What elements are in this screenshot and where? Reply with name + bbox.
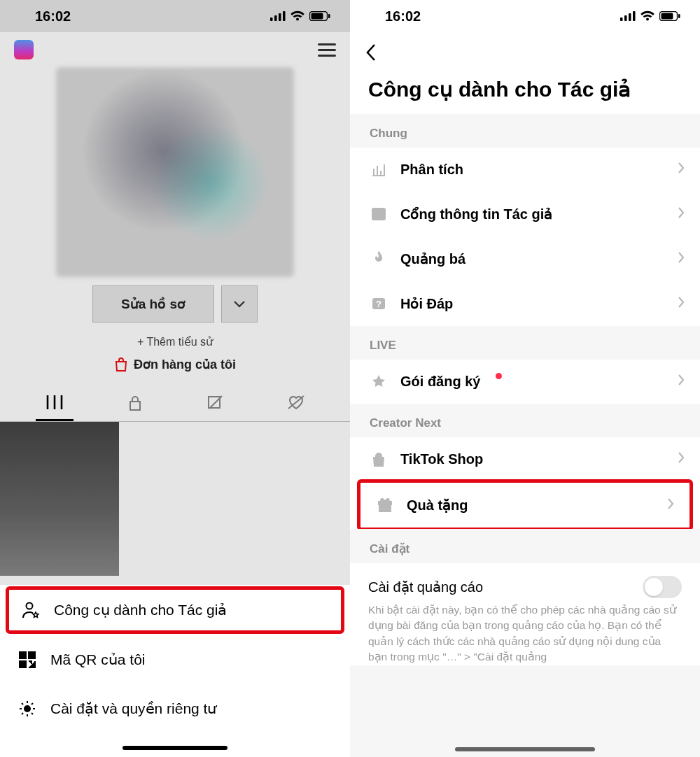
back-button[interactable]: [365, 43, 377, 64]
section-header-settings: Cài đặt: [350, 529, 700, 563]
phone-creator-tools: 16:02 Công cụ dành cho Tác giả Chung Phâ…: [350, 0, 700, 757]
item-promote[interactable]: Quảng bá: [350, 236, 700, 281]
home-indicator: [122, 746, 227, 750]
item-label: Hỏi Đáp: [400, 295, 453, 312]
svg-rect-15: [633, 11, 636, 21]
gift-icon: [376, 497, 394, 513]
chevron-right-icon: [678, 251, 685, 267]
star-badge-icon: [370, 374, 388, 390]
list-live: Gói đăng ký: [350, 360, 700, 404]
item-label: Phân tích: [400, 162, 463, 178]
phone-profile: 16:02 Sửa hồ sơ + Thêm tiểu sử Đơn hàng …: [0, 0, 350, 757]
item-label: Quà tặng: [407, 497, 468, 514]
page-title: Công cụ dành cho Tác giả: [350, 69, 700, 114]
item-label: Cổng thông tin Tác giả: [400, 206, 552, 222]
home-indicator: [455, 747, 595, 751]
notification-dot: [496, 373, 502, 379]
drawer-item-my-qr[interactable]: Mã QR của tôi: [0, 635, 350, 684]
svg-rect-10: [20, 661, 26, 667]
options-drawer: Công cụ dành cho Tác giả Mã QR của tôi C…: [0, 585, 350, 757]
cellular-icon: [620, 11, 636, 21]
svg-text:?: ?: [376, 299, 382, 309]
list-general: Phân tích Cổng thông tin Tác giả Quảng b…: [350, 148, 700, 326]
drawer-item-label: Cài đặt và quyền riêng tư: [50, 700, 216, 717]
portal-icon: [370, 207, 388, 221]
item-label: Quảng bá: [400, 250, 465, 267]
svg-rect-8: [20, 652, 26, 658]
chevron-right-icon: [678, 206, 685, 222]
item-label: Cài đặt quảng cáo: [368, 579, 483, 595]
svg-rect-14: [629, 13, 631, 21]
question-icon: ?: [370, 297, 388, 311]
flame-icon: [370, 251, 388, 267]
chevron-left-icon: [365, 43, 377, 62]
chevron-right-icon: [678, 296, 685, 312]
shop-icon: [370, 452, 388, 467]
svg-rect-17: [662, 13, 673, 20]
svg-rect-9: [29, 652, 35, 658]
highlight-gifts: Quà tặng: [357, 479, 693, 531]
person-star-icon: [20, 601, 41, 619]
qr-icon: [17, 651, 38, 669]
section-header-creator-next: Creator Next: [350, 404, 700, 437]
status-icons: [620, 10, 680, 22]
svg-rect-13: [624, 15, 627, 21]
item-analytics[interactable]: Phân tích: [350, 148, 700, 192]
drawer-item-label: Công cụ dành cho Tác giả: [54, 602, 227, 618]
wifi-icon: [640, 10, 655, 22]
item-label: Gói đăng ký: [400, 374, 480, 390]
section-header-general: Chung: [350, 114, 700, 148]
chevron-right-icon: [667, 497, 674, 514]
chevron-right-icon: [678, 451, 685, 467]
gear-icon: [17, 700, 38, 718]
clock: 16:02: [385, 8, 421, 24]
section-header-live: LIVE: [350, 326, 700, 360]
svg-rect-12: [620, 17, 623, 21]
ad-settings-toggle[interactable]: [643, 576, 682, 598]
item-creator-portal[interactable]: Cổng thông tin Tác giả: [350, 192, 700, 236]
svg-point-7: [27, 603, 33, 609]
item-gifts[interactable]: Quà tặng: [360, 483, 690, 528]
chevron-right-icon: [678, 162, 685, 178]
drawer-item-label: Mã QR của tôi: [50, 651, 146, 668]
list-creator-next: TikTok Shop Quà tặng: [350, 437, 700, 531]
status-bar: 16:02: [350, 0, 700, 32]
settings-block: Cài đặt quảng cáo Khi bật cài đặt này, b…: [350, 563, 700, 665]
ad-settings-description: Khi bật cài đặt này, bạn có thể cho phép…: [350, 601, 700, 665]
item-ad-settings[interactable]: Cài đặt quảng cáo: [350, 563, 700, 601]
nav-bar: [350, 32, 700, 69]
chart-icon: [370, 163, 388, 177]
drawer-item-creator-tools[interactable]: Công cụ dành cho Tác giả: [6, 586, 344, 634]
chevron-right-icon: [678, 374, 685, 390]
item-label: TikTok Shop: [400, 451, 483, 467]
battery-icon: [659, 11, 680, 21]
svg-rect-18: [678, 14, 680, 18]
svg-point-11: [24, 706, 30, 712]
drawer-item-settings-privacy[interactable]: Cài đặt và quyền riêng tư: [0, 684, 350, 733]
item-tiktok-shop[interactable]: TikTok Shop: [350, 437, 700, 481]
item-qa[interactable]: ? Hỏi Đáp: [350, 281, 700, 326]
item-subscription[interactable]: Gói đăng ký: [350, 360, 700, 404]
